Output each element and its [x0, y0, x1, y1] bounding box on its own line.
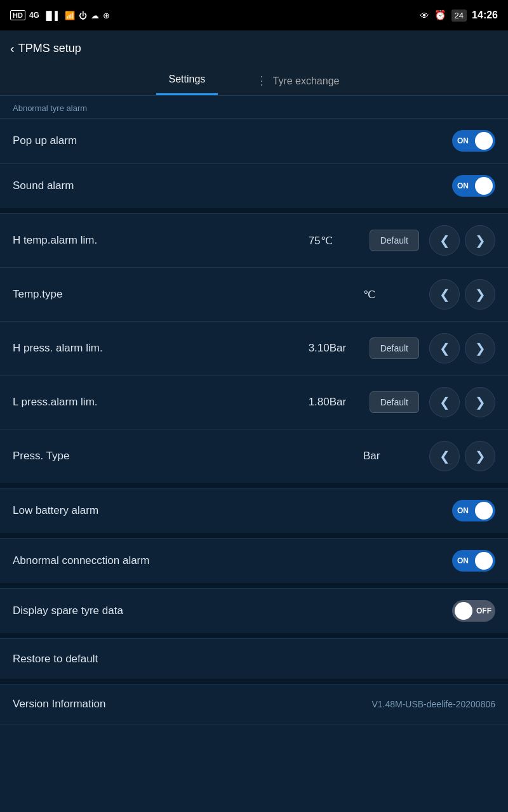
- divider-6: [0, 679, 508, 684]
- low-battery-track[interactable]: ON: [452, 500, 495, 521]
- spare-tyre-thumb: [455, 602, 472, 620]
- setting-row-l-press-alarm: L press.alarm lim. 1.80Bar Default ❮ ❯: [0, 375, 508, 429]
- popup-alarm-toggle[interactable]: ON: [452, 130, 495, 152]
- sound-alarm-track[interactable]: ON: [452, 175, 495, 197]
- l-press-alarm-value: 1.80Bar: [309, 396, 359, 409]
- divider-4: [0, 583, 508, 588]
- abnormal-connection-label: Abnormal connecction alarm: [13, 554, 452, 567]
- version-info-label: Version Information: [13, 698, 371, 710]
- battery-level: 24: [455, 11, 464, 20]
- temp-type-next-button[interactable]: ❯: [465, 279, 495, 310]
- content-area: Abnormal tyre alarm Pop up alarm ON Soun…: [0, 96, 508, 811]
- shield-icon: ⊕: [103, 11, 110, 20]
- setting-row-spare-tyre: Display spare tyre data OFF: [0, 588, 508, 633]
- setting-row-version-info: Version Information V1.48M-USB-deelife-2…: [0, 684, 508, 724]
- low-battery-label: Low battery alarm: [13, 504, 452, 517]
- divider-3: [0, 533, 508, 538]
- wifi-icon: 📶: [65, 11, 75, 20]
- header-title: TPMS setup: [18, 42, 81, 55]
- popup-alarm-label: Pop up alarm: [13, 134, 452, 147]
- tab-tyre-exchange-label: Tyre exchange: [273, 75, 340, 86]
- press-type-value: Bar: [363, 450, 414, 462]
- temp-type-label: Temp.type: [13, 288, 363, 301]
- setting-row-sound-alarm: Sound alarm ON: [0, 163, 508, 208]
- abnormal-connection-toggle[interactable]: ON: [452, 550, 495, 572]
- cloud-icon: ☁: [91, 11, 99, 20]
- section-label-abnormal: Abnormal tyre alarm: [0, 96, 508, 118]
- sound-alarm-toggle[interactable]: ON: [452, 175, 495, 197]
- power-icon: ⏻: [79, 11, 87, 20]
- abnormal-connection-thumb: [475, 552, 493, 570]
- sound-alarm-label: Sound alarm: [13, 180, 452, 192]
- setting-row-popup-alarm: Pop up alarm ON: [0, 118, 508, 163]
- version-info-value: V1.48M-USB-deelife-20200806: [371, 699, 495, 709]
- press-type-label: Press. Type: [13, 450, 363, 462]
- divider-5: [0, 633, 508, 638]
- popup-alarm-toggle-label: ON: [457, 136, 469, 145]
- low-battery-toggle[interactable]: ON: [452, 500, 495, 521]
- setting-row-h-temp-alarm: H temp.alarm lim. 75℃ Default ❮ ❯: [0, 213, 508, 267]
- status-bar: HD 4G ▐▌▌ 📶 ⏻ ☁ ⊕ 👁 ⏰ 24 14:26: [0, 0, 508, 30]
- tab-settings-label: Settings: [169, 74, 206, 84]
- press-type-next-button[interactable]: ❯: [465, 441, 495, 471]
- h-press-alarm-next-button[interactable]: ❯: [465, 333, 495, 363]
- eye-icon: 👁: [420, 10, 429, 21]
- divider-2: [0, 483, 508, 488]
- alarm-icon: ⏰: [434, 10, 446, 21]
- setting-row-temp-type: Temp.type ℃ ❮ ❯: [0, 267, 508, 321]
- h-temp-alarm-value: 75℃: [309, 234, 359, 247]
- low-battery-thumb: [475, 502, 493, 520]
- spare-tyre-toggle-label: OFF: [476, 606, 491, 615]
- divider-1: [0, 208, 508, 213]
- status-bar-right: 👁 ⏰ 24 14:26: [420, 10, 498, 22]
- h-press-alarm-label: H press. alarm lim.: [13, 342, 309, 355]
- header: ‹ TPMS setup: [0, 30, 508, 66]
- restore-default-label: Restore to default: [13, 653, 495, 665]
- tab-tyre-exchange[interactable]: ⋮ Tyre exchange: [243, 66, 352, 95]
- signal-icon: ▐▌▌: [43, 11, 61, 20]
- temp-type-prev-button[interactable]: ❮: [429, 279, 460, 310]
- tabs-bar: Settings ⋮ Tyre exchange: [0, 66, 508, 96]
- l-press-alarm-prev-button[interactable]: ❮: [429, 387, 460, 417]
- battery-icon: 24: [451, 10, 467, 22]
- tab-dots-icon: ⋮: [256, 74, 267, 87]
- back-arrow-icon: ‹: [10, 41, 15, 56]
- setting-row-press-type: Press. Type Bar ❮ ❯: [0, 429, 508, 483]
- h-press-alarm-default-button[interactable]: Default: [370, 337, 419, 359]
- l-press-alarm-next-button[interactable]: ❯: [465, 387, 495, 417]
- temp-type-value: ℃: [363, 288, 414, 301]
- h-press-alarm-value: 3.10Bar: [309, 342, 359, 355]
- back-button[interactable]: ‹ TPMS setup: [10, 41, 81, 56]
- status-time: 14:26: [472, 10, 498, 21]
- spare-tyre-label: Display spare tyre data: [13, 605, 452, 617]
- abnormal-connection-track[interactable]: ON: [452, 550, 495, 572]
- press-type-prev-button[interactable]: ❮: [429, 441, 460, 471]
- status-bar-left: HD 4G ▐▌▌ 📶 ⏻ ☁ ⊕: [10, 10, 110, 20]
- l-press-alarm-label: L press.alarm lim.: [13, 396, 309, 409]
- popup-alarm-thumb: [475, 132, 493, 150]
- hd-icon: HD: [10, 10, 25, 20]
- setting-row-h-press-alarm: H press. alarm lim. 3.10Bar Default ❮ ❯: [0, 321, 508, 375]
- h-temp-alarm-default-button[interactable]: Default: [370, 230, 419, 251]
- sound-alarm-toggle-label: ON: [457, 181, 469, 190]
- spare-tyre-toggle[interactable]: OFF: [452, 600, 495, 622]
- spare-tyre-track[interactable]: OFF: [452, 600, 495, 622]
- h-temp-alarm-next-button[interactable]: ❯: [465, 225, 495, 256]
- tab-settings[interactable]: Settings: [156, 66, 218, 95]
- low-battery-toggle-label: ON: [457, 506, 469, 515]
- h-press-alarm-prev-button[interactable]: ❮: [429, 333, 460, 363]
- l-press-alarm-default-button[interactable]: Default: [370, 391, 419, 413]
- setting-row-restore-default[interactable]: Restore to default: [0, 638, 508, 679]
- abnormal-connection-toggle-label: ON: [457, 556, 469, 565]
- setting-row-abnormal-connection: Abnormal connecction alarm ON: [0, 538, 508, 583]
- popup-alarm-track[interactable]: ON: [452, 130, 495, 152]
- h-temp-alarm-label: H temp.alarm lim.: [13, 234, 309, 247]
- h-temp-alarm-prev-button[interactable]: ❮: [429, 225, 460, 256]
- sound-alarm-thumb: [475, 177, 493, 195]
- setting-row-low-battery: Low battery alarm ON: [0, 488, 508, 533]
- 4g-icon: 4G: [29, 11, 39, 20]
